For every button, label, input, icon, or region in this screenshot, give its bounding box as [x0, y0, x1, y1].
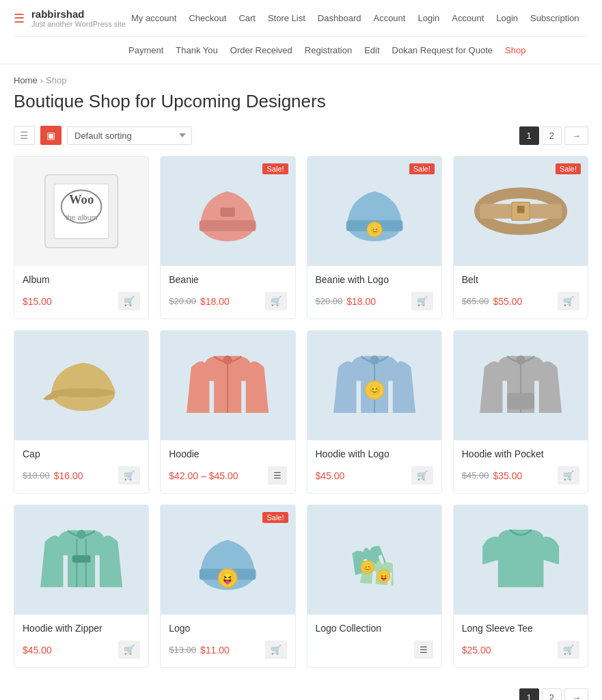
svg-rect-31	[72, 555, 91, 563]
nav-account-2[interactable]: Account	[446, 10, 489, 26]
toolbar-right: 1 2 →	[519, 126, 588, 145]
add-to-cart-hoodie-zipper[interactable]: 🛒	[118, 641, 140, 659]
product-name-belt: Belt	[462, 274, 579, 285]
product-name-hoodie: Hoodie	[169, 448, 286, 459]
add-to-cart-beanie-logo[interactable]: 🛒	[411, 292, 433, 310]
product-name-beanie-logo: Beanie with Logo	[316, 274, 433, 285]
nav-cart[interactable]: Cart	[233, 10, 261, 26]
svg-rect-6	[200, 220, 256, 231]
logo-area: ☰ rabbirshad Just another WordPress site	[14, 8, 126, 28]
add-to-cart-long-sleeve[interactable]: 🛒	[558, 641, 579, 659]
product-footer-hoodie-pocket: $45.00 $35.00 🛒	[462, 466, 579, 485]
product-price-beanie-logo: $20.00 $18.00	[316, 296, 377, 307]
price-new-logo: $11.00	[200, 645, 230, 656]
product-footer-logo: $13.00 $11.00 🛒	[169, 641, 286, 659]
header-top: ☰ rabbirshad Just another WordPress site…	[14, 0, 588, 36]
page-1-button[interactable]: 1	[519, 126, 539, 145]
product-info-beanie-logo: Beanie with Logo $20.00 $18.00 🛒	[307, 266, 441, 319]
site-name: rabbirshad	[31, 8, 126, 20]
svg-text:😝: 😝	[221, 571, 234, 584]
product-price-beanie: $20.00 $18.00	[169, 296, 230, 307]
svg-point-21	[370, 355, 379, 364]
page-bottom-1[interactable]: 1	[519, 688, 539, 700]
page-next-button[interactable]: →	[564, 126, 588, 145]
add-to-cart-belt[interactable]: 🛒	[558, 292, 579, 310]
grid-view-button[interactable]: ▣	[40, 126, 61, 145]
svg-point-18	[51, 388, 115, 397]
product-info-logo: Logo $13.00 $11.00 🛒	[161, 615, 295, 667]
product-footer-cap: $18.00 $16.00 🛒	[23, 466, 140, 485]
hoodie-zipper-svg	[14, 505, 148, 615]
nav-dashboard[interactable]: Dashboard	[312, 10, 367, 26]
product-footer-beanie: $20.00 $18.00 🛒	[169, 292, 286, 310]
svg-point-19	[223, 355, 232, 364]
price-new-beanie: $18.00	[200, 296, 230, 307]
nav-thank-you[interactable]: Thank You	[170, 42, 223, 58]
svg-rect-27	[507, 393, 534, 409]
price-old-hoodie-pocket: $45.00	[462, 470, 489, 481]
product-footer-hoodie-logo: $45.00 🛒	[316, 466, 433, 485]
nav-registration[interactable]: Registration	[299, 42, 357, 58]
select-options-hoodie[interactable]: ☰	[268, 466, 287, 485]
sale-badge-beanie: Sale!	[262, 163, 288, 174]
add-to-cart-beanie[interactable]: 🛒	[265, 292, 287, 310]
sale-badge-logo: Sale!	[262, 512, 288, 523]
hamburger-icon[interactable]: ☰	[14, 11, 25, 26]
nav-payment[interactable]: Payment	[123, 42, 169, 58]
nav-login-2[interactable]: Login	[491, 10, 523, 26]
product-price-logo: $13.00 $11.00	[169, 645, 230, 656]
product-card-hoodie-zipper: Hoodie with Zipper $45.00 🛒	[14, 504, 149, 668]
price-new-belt: $55.00	[493, 296, 523, 307]
nav-order-received[interactable]: Order Received	[225, 42, 298, 58]
price-new-hoodie-pocket: $35.00	[493, 470, 523, 481]
product-image-cap	[14, 331, 148, 440]
breadcrumb-current: Shop	[46, 75, 66, 85]
add-to-cart-album[interactable]: 🛒	[118, 292, 140, 310]
product-name-hoodie-pocket: Hoodie with Pocket	[462, 448, 579, 459]
product-info-logo-collection: Logo Collection ☰	[307, 615, 441, 667]
nav-checkout[interactable]: Checkout	[183, 10, 232, 26]
add-to-cart-cap[interactable]: 🛒	[118, 466, 140, 485]
add-to-cart-logo[interactable]: 🛒	[265, 641, 287, 659]
page-bottom-next[interactable]: →	[564, 688, 588, 700]
product-info-hoodie: Hoodie $42.00 – $45.00 ☰	[161, 440, 295, 493]
product-info-hoodie-zipper: Hoodie with Zipper $45.00 🛒	[14, 615, 148, 667]
nav-my-account[interactable]: My account	[126, 10, 182, 26]
product-info-hoodie-pocket: Hoodie with Pocket $45.00 $35.00 🛒	[454, 440, 588, 493]
site-header: ☰ rabbirshad Just another WordPress site…	[0, 0, 602, 64]
nav-store-list[interactable]: Store List	[262, 10, 311, 26]
product-name-logo: Logo	[169, 623, 286, 634]
add-to-cart-hoodie-logo[interactable]: 🛒	[411, 466, 433, 485]
product-image-hoodie-logo: 😊	[307, 331, 441, 440]
svg-rect-16	[517, 206, 525, 213]
toolbar: ☰ ▣ Default sorting Sort by popularity S…	[14, 126, 588, 145]
product-card-belt: Sale! Belt $65.00 $55.00 🛒	[453, 156, 588, 319]
nav-account-1[interactable]: Account	[368, 10, 411, 26]
svg-text:the album: the album	[66, 213, 98, 221]
nav-edit[interactable]: Edit	[359, 42, 385, 58]
nav-dokan[interactable]: Dokan Request for Quote	[387, 42, 498, 58]
product-image-logo: Sale! 😝	[161, 505, 295, 615]
product-footer-logo-collection: ☰	[316, 641, 433, 659]
sort-select[interactable]: Default sorting Sort by popularity Sort …	[67, 126, 192, 145]
nav-subscription[interactable]: Subscription	[525, 10, 585, 26]
page-2-button[interactable]: 2	[542, 126, 562, 145]
list-view-button[interactable]: ☰	[14, 126, 35, 145]
product-image-logo-collection: 😊 😝	[307, 505, 441, 615]
nav-login-1[interactable]: Login	[412, 10, 445, 26]
product-price-hoodie-pocket: $45.00 $35.00	[462, 470, 523, 481]
product-card-beanie-logo: Sale! 😊 Beanie with Logo $20.00 $18.00 �	[307, 156, 442, 319]
product-image-belt: Sale!	[454, 157, 588, 266]
breadcrumb: Home › Shop	[0, 64, 602, 91]
product-grid: Woo the album Album $15.00 🛒 Sale!	[14, 156, 588, 668]
nav-shop[interactable]: Shop	[500, 42, 531, 58]
price-old-cap: $18.00	[23, 470, 50, 481]
album-svg: Woo the album	[14, 157, 148, 266]
add-to-cart-hoodie-pocket[interactable]: 🛒	[558, 466, 579, 485]
breadcrumb-home[interactable]: Home	[14, 75, 38, 85]
svg-point-25	[516, 355, 525, 364]
product-info-album: Album $15.00 🛒	[14, 266, 148, 319]
select-options-logo-collection[interactable]: ☰	[414, 641, 433, 659]
page-bottom-2[interactable]: 2	[542, 688, 562, 700]
svg-rect-7	[221, 208, 235, 217]
